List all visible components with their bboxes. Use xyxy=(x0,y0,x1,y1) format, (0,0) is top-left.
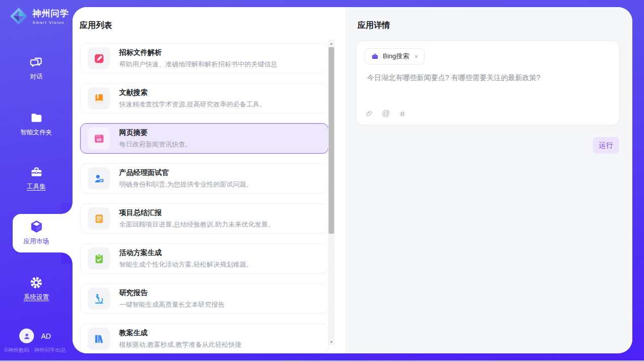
clipboard-check-icon xyxy=(88,247,110,270)
prompt-input[interactable]: 今日湖北有哪些新闻要点? 有哪些需要关注的最新政策? xyxy=(367,73,609,83)
sidebar: 神州问学 Smart Vision 对话智能文件夹工具集应用市场系统设置 AD … xyxy=(0,0,73,362)
microscope-icon xyxy=(88,287,110,310)
user-initials: AD xyxy=(41,332,51,340)
app-card-title: 项目总结汇报 xyxy=(119,208,274,218)
app-card[interactable]: 项目总结汇报全面回顾项目进展,总结经验教训,助力未来优化发展。 xyxy=(80,203,329,234)
scrollbar-down-icon[interactable]: ▼ xyxy=(328,338,335,345)
app-card-title: 研究报告 xyxy=(119,288,225,298)
app-card[interactable]: 文献搜索快速精准查找学术资源,提高研究效率的必备工具。 xyxy=(80,83,329,114)
tool-tag-bing-search[interactable]: Bing搜索 × xyxy=(365,48,425,64)
app-card-title: 教案生成 xyxy=(119,329,241,338)
app-card[interactable]: 研究报告一键智能生成高质量长文本研究报告 xyxy=(80,283,329,314)
brand-logo: 神州问学 Smart Vision xyxy=(9,7,69,26)
hash-icon[interactable] xyxy=(399,110,406,118)
app-detail-panel: 应用详情 Bing搜索 × 今日湖北有哪些新闻要点? 有哪些需要关注的最新政策? xyxy=(346,7,632,353)
tool-tag-label: Bing搜索 xyxy=(383,52,409,61)
chat-icon xyxy=(30,56,43,69)
brand-title: 神州问学 xyxy=(32,8,69,19)
app-card-description: 帮助用户快速、准确地理解和解析招标书中的关键信息 xyxy=(119,60,277,69)
prompt-toolbar: @ xyxy=(366,109,406,118)
tag-close-icon[interactable]: × xyxy=(413,53,419,60)
copyright-text: ©神州数码 · 神州问学出品 xyxy=(4,347,73,354)
app-card-title: 产品经理面试官 xyxy=(119,168,253,177)
sidebar-item-market[interactable]: 应用市场 xyxy=(0,220,73,246)
app-card-description: 模板驱动,教案秒成,教学准备从此轻松快捷 xyxy=(119,340,241,349)
scrollbar-up-icon[interactable]: ▲ xyxy=(328,40,335,47)
sidebar-item-label: 系统设置 xyxy=(24,293,49,302)
app-card-description: 每日政府新闻资讯快查。 xyxy=(119,140,192,149)
at-icon[interactable]: @ xyxy=(382,109,390,118)
user-account[interactable]: AD xyxy=(19,329,51,343)
avatar xyxy=(19,329,34,343)
browser-code-icon xyxy=(88,127,110,150)
app-card-title: 活动方案生成 xyxy=(119,248,253,258)
sidebar-item-folders[interactable]: 智能文件夹 xyxy=(0,112,73,137)
scrollbar-thumb[interactable] xyxy=(329,47,334,234)
app-detail-title: 应用详情 xyxy=(357,20,390,31)
app-card-title: 网页摘要 xyxy=(119,128,192,137)
scrollbar[interactable]: ▲ ▼ xyxy=(328,40,335,345)
briefcase-icon xyxy=(371,53,379,60)
app-card-description: 快速精准查找学术资源,提高研究效率的必备工具。 xyxy=(119,100,266,109)
app-card[interactable]: 活动方案生成智能生成个性化活动方案,轻松解决规划难题。 xyxy=(80,243,329,274)
sidebar-item-tools[interactable]: 工具集 xyxy=(0,166,73,191)
app-card[interactable]: 网页摘要每日政府新闻资讯快查。 xyxy=(80,123,329,154)
app-card-list: 招标文件解析帮助用户快速、准确地理解和解析招标书中的关键信息文献搜索快速精准查找… xyxy=(80,43,329,353)
content-wrapper: 应用列表 招标文件解析帮助用户快速、准确地理解和解析招标书中的关键信息文献搜索快… xyxy=(73,7,632,353)
app-card-description: 明确身份和职责,为您提供专业性的面试问题。 xyxy=(119,180,253,189)
sidebar-item-settings[interactable]: 系统设置 xyxy=(0,276,73,302)
app-card[interactable]: 产品经理面试官明确身份和职责,为您提供专业性的面试问题。 xyxy=(80,163,329,194)
note-icon xyxy=(88,207,110,230)
gear-icon xyxy=(29,276,43,289)
paperclip-icon[interactable] xyxy=(366,110,373,118)
run-button[interactable]: 运行 xyxy=(593,137,619,154)
sidebar-item-chat[interactable]: 对话 xyxy=(0,56,73,81)
sidebar-item-label: 应用市场 xyxy=(24,237,49,246)
toolbox-icon xyxy=(30,166,43,179)
app-card-description: 一键智能生成高质量长文本研究报告 xyxy=(119,300,225,309)
logo-diamond-icon xyxy=(9,7,28,26)
app-card[interactable]: 招标文件解析帮助用户快速、准确地理解和解析招标书中的关键信息 xyxy=(80,43,329,74)
app-card-title: 招标文件解析 xyxy=(119,48,277,57)
app-list-panel: 应用列表 招标文件解析帮助用户快速、准确地理解和解析招标书中的关键信息文献搜索快… xyxy=(73,7,346,353)
sidebar-item-label: 对话 xyxy=(30,73,43,81)
sidebar-item-label: 智能文件夹 xyxy=(20,128,52,137)
interviewer-icon xyxy=(88,167,110,190)
app-card-description: 全面回顾项目进展,总结经验教训,助力未来优化发展。 xyxy=(119,220,274,229)
cube-icon xyxy=(29,220,44,234)
sidebar-item-label: 工具集 xyxy=(27,183,46,191)
folder-icon xyxy=(30,112,43,125)
brand-subtitle: Smart Vision xyxy=(32,20,69,25)
books-icon xyxy=(88,328,110,350)
app-card-title: 文献搜索 xyxy=(119,88,266,97)
prompt-card: Bing搜索 × 今日湖北有哪些新闻要点? 有哪些需要关注的最新政策? @ xyxy=(356,41,620,125)
app-card-description: 智能生成个性化活动方案,轻松解决规划难题。 xyxy=(119,260,253,269)
book-icon xyxy=(88,87,110,110)
app-list-title: 应用列表 xyxy=(80,20,112,31)
app-card[interactable]: 教案生成模板驱动,教案秒成,教学准备从此轻松快捷 xyxy=(80,323,329,353)
edit-square-icon xyxy=(88,47,110,69)
